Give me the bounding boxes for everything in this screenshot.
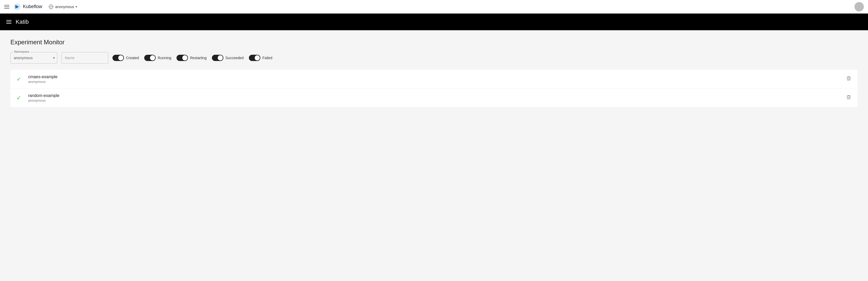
toggle-succeeded[interactable] bbox=[212, 55, 223, 61]
nav-namespace-selector[interactable]: anonymous ▾ bbox=[49, 4, 77, 9]
toggle-label-succeeded: Succeeded bbox=[225, 56, 244, 60]
toggle-running[interactable] bbox=[144, 55, 156, 61]
toggle-item-running: Running bbox=[144, 55, 171, 61]
page-title: Experiment Monitor bbox=[10, 38, 858, 46]
toggle-label-failed: Failed bbox=[262, 56, 272, 60]
delete-experiment-button[interactable] bbox=[844, 75, 854, 83]
name-input[interactable] bbox=[61, 52, 108, 64]
namespace-select[interactable]: anonymous bbox=[10, 52, 57, 64]
toggle-item-failed: Failed bbox=[249, 55, 272, 61]
namespace-field-label: Namespace bbox=[13, 50, 30, 53]
experiment-name: cmaes-example bbox=[28, 75, 839, 79]
toggle-item-restarting: Restarting bbox=[177, 55, 207, 61]
top-nav: Kubeflow anonymous ▾ bbox=[0, 0, 868, 13]
namespace-icon bbox=[49, 4, 54, 9]
name-field bbox=[61, 52, 108, 64]
experiment-name: random-example bbox=[28, 93, 839, 98]
experiment-row[interactable]: ✓random-exampleanonymous bbox=[10, 89, 858, 107]
experiment-info: random-exampleanonymous bbox=[28, 93, 839, 103]
toggle-restarting[interactable] bbox=[177, 55, 188, 61]
delete-experiment-button[interactable] bbox=[844, 93, 854, 102]
toggle-label-created: Created bbox=[126, 56, 139, 60]
nav-logo: Kubeflow bbox=[13, 3, 42, 10]
nav-namespace-text: anonymous bbox=[55, 5, 74, 9]
kubeflow-logo-icon bbox=[13, 3, 21, 10]
avatar[interactable] bbox=[855, 2, 864, 11]
status-toggles: CreatedRunningRestartingSucceededFailed bbox=[113, 55, 272, 61]
filter-bar: Namespace anonymous ▾ CreatedRunningRest… bbox=[10, 52, 858, 64]
toggle-failed[interactable] bbox=[249, 55, 260, 61]
nav-logo-text: Kubeflow bbox=[23, 4, 42, 9]
katib-header-menu-icon[interactable] bbox=[6, 20, 11, 24]
toggle-label-restarting: Restarting bbox=[190, 56, 207, 60]
toggle-item-succeeded: Succeeded bbox=[212, 55, 244, 61]
main-content: Experiment Monitor Namespace anonymous ▾… bbox=[0, 30, 868, 116]
katib-title: Katib bbox=[16, 19, 29, 25]
toggle-label-running: Running bbox=[158, 56, 171, 60]
nav-namespace-chevron-icon: ▾ bbox=[75, 5, 77, 9]
experiment-row[interactable]: ✓cmaes-exampleanonymous bbox=[10, 70, 858, 89]
trash-icon bbox=[846, 76, 851, 81]
experiment-status-check-icon: ✓ bbox=[14, 76, 23, 83]
nav-hamburger[interactable] bbox=[4, 5, 9, 9]
experiment-status-check-icon: ✓ bbox=[14, 94, 23, 102]
toggle-created[interactable] bbox=[113, 55, 124, 61]
experiments-list: ✓cmaes-exampleanonymous ✓random-examplea… bbox=[10, 70, 858, 107]
namespace-field: Namespace anonymous ▾ bbox=[10, 52, 57, 64]
trash-icon bbox=[846, 94, 851, 100]
experiment-namespace: anonymous bbox=[28, 80, 839, 84]
experiment-namespace: anonymous bbox=[28, 99, 839, 103]
experiment-info: cmaes-exampleanonymous bbox=[28, 75, 839, 84]
toggle-item-created: Created bbox=[113, 55, 139, 61]
katib-header: Katib bbox=[0, 13, 868, 30]
